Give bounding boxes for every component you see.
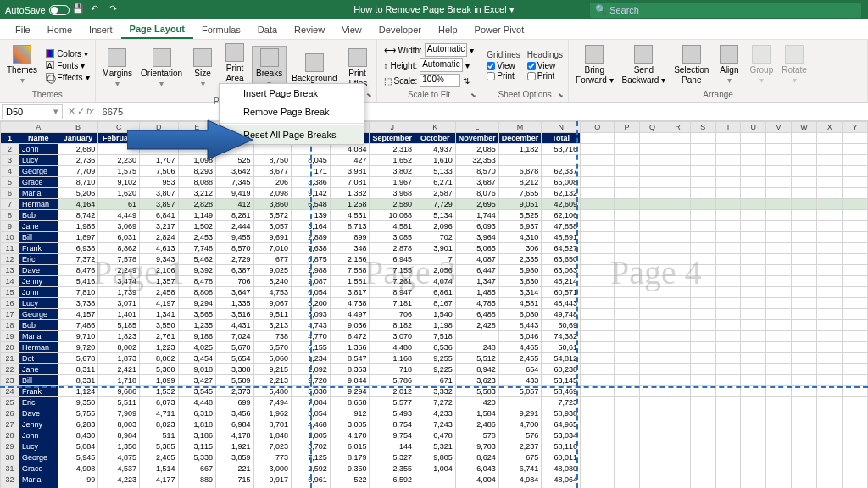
row-header[interactable]: 25 (1, 397, 19, 408)
col-header[interactable]: T (715, 122, 741, 133)
data-cell[interactable]: 5,786 (370, 375, 415, 386)
data-cell[interactable]: 4,753 (253, 287, 291, 298)
col-header[interactable]: C (98, 122, 140, 133)
empty-cell[interactable] (581, 386, 615, 397)
data-cell[interactable]: 42,609 (542, 199, 581, 210)
empty-cell[interactable] (817, 309, 843, 320)
empty-cell[interactable] (843, 177, 868, 188)
data-cell[interactable]: 3,057 (253, 221, 291, 232)
empty-cell[interactable] (843, 342, 868, 353)
data-cell[interactable]: 5,321 (415, 441, 456, 452)
data-cell[interactable]: 7,578 (98, 254, 140, 265)
empty-cell[interactable] (715, 441, 741, 452)
data-cell[interactable]: 9,455 (216, 232, 253, 243)
empty-cell[interactable] (741, 166, 766, 177)
data-cell[interactable]: 3,454 (178, 353, 215, 364)
empty-cell[interactable] (766, 188, 792, 199)
empty-cell[interactable] (690, 353, 715, 364)
orientation-button[interactable]: Orientation▾ (137, 47, 186, 91)
data-cell[interactable]: 306 (498, 243, 542, 254)
empty-cell[interactable] (690, 485, 715, 489)
height-select[interactable]: ↕ Height: Automatic ▾ (384, 58, 475, 72)
data-cell[interactable]: 715 (216, 474, 253, 485)
data-cell[interactable]: 5,065 (455, 243, 498, 254)
row-header[interactable]: 26 (1, 408, 19, 419)
remove-page-break-item[interactable]: Remove Page Break (220, 103, 364, 121)
empty-cell[interactable] (690, 265, 715, 276)
data-cell[interactable]: 3,115 (178, 441, 215, 452)
col-header[interactable]: R (665, 122, 691, 133)
data-cell[interactable]: 5,133 (415, 166, 456, 177)
data-cell[interactable]: 4,537 (98, 463, 140, 474)
empty-cell[interactable] (665, 144, 691, 155)
empty-cell[interactable] (843, 353, 868, 364)
empty-cell[interactable] (640, 386, 665, 397)
data-cell[interactable]: 348 (330, 243, 370, 254)
empty-cell[interactable] (741, 298, 766, 309)
empty-cell[interactable] (665, 199, 691, 210)
data-cell[interactable]: 5,493 (370, 408, 415, 419)
data-cell[interactable]: 4,577 (178, 485, 215, 489)
send-backward-button[interactable]: SendBackward ▾ (619, 43, 670, 87)
data-cell[interactable]: 3,545 (178, 386, 215, 397)
empty-cell[interactable] (741, 232, 766, 243)
data-cell[interactable]: 1,382 (330, 188, 370, 199)
empty-cell[interactable] (581, 353, 615, 364)
data-cell[interactable]: 4,480 (370, 342, 415, 353)
row-header[interactable]: 29 (1, 441, 19, 452)
data-cell[interactable]: 9,703 (455, 441, 498, 452)
empty-cell[interactable] (640, 276, 665, 287)
data-cell[interactable]: 4,700 (498, 419, 542, 430)
empty-cell[interactable] (791, 331, 816, 342)
data-cell[interactable]: 6,093 (455, 221, 498, 232)
data-cell[interactable]: 74,382 (542, 331, 581, 342)
row-header[interactable]: 20 (1, 342, 19, 353)
row-header[interactable]: 24 (1, 386, 19, 397)
data-cell[interactable]: 45,214 (542, 276, 581, 287)
data-cell[interactable]: 2,335 (498, 254, 542, 265)
align-button[interactable]: Align▾ (714, 43, 744, 87)
empty-cell[interactable] (581, 320, 615, 331)
data-cell[interactable]: 1,124 (58, 386, 98, 397)
data-cell[interactable]: 3,071 (98, 298, 140, 309)
name-cell[interactable]: Eric (19, 397, 58, 408)
data-cell[interactable]: 5,134 (415, 210, 456, 221)
data-cell[interactable]: 5,206 (58, 188, 98, 199)
data-cell[interactable]: 4,937 (415, 144, 456, 155)
empty-cell[interactable] (766, 221, 792, 232)
data-cell[interactable]: 5,670 (216, 342, 253, 353)
empty-cell[interactable] (791, 221, 816, 232)
empty-cell[interactable] (715, 287, 741, 298)
data-cell[interactable]: 1,707 (140, 155, 179, 166)
empty-cell[interactable] (843, 419, 868, 430)
data-cell[interactable]: 5,945 (58, 452, 98, 463)
empty-cell[interactable] (665, 331, 691, 342)
data-cell[interactable]: 6,570 (253, 342, 291, 353)
empty-cell[interactable] (817, 254, 843, 265)
empty-cell[interactable] (817, 232, 843, 243)
name-cell[interactable]: Lucy (19, 155, 58, 166)
data-cell[interactable]: 3,860 (253, 199, 291, 210)
data-cell[interactable]: 4,581 (370, 221, 415, 232)
data-cell[interactable]: 5,512 (455, 353, 498, 364)
data-cell[interactable]: 9,720 (291, 375, 330, 386)
empty-cell[interactable] (690, 298, 715, 309)
empty-cell[interactable] (843, 232, 868, 243)
name-cell[interactable]: Jane (19, 364, 58, 375)
empty-cell[interactable] (791, 342, 816, 353)
formula-input[interactable]: 6675 (97, 107, 868, 117)
data-cell[interactable]: 8,624 (455, 452, 498, 463)
name-cell[interactable]: John (19, 430, 58, 441)
data-cell[interactable]: 3,897 (140, 199, 179, 210)
empty-cell[interactable] (791, 353, 816, 364)
data-cell[interactable]: 6,841 (140, 210, 179, 221)
empty-cell[interactable] (766, 265, 792, 276)
data-cell[interactable]: 1,234 (291, 353, 330, 364)
empty-cell[interactable] (640, 298, 665, 309)
data-cell[interactable]: 2,249 (98, 265, 140, 276)
data-cell[interactable]: 7,155 (370, 265, 415, 276)
empty-cell[interactable] (766, 353, 792, 364)
empty-cell[interactable] (615, 419, 640, 430)
data-cell[interactable]: 4,074 (415, 276, 456, 287)
data-cell[interactable]: 171 (291, 166, 330, 177)
